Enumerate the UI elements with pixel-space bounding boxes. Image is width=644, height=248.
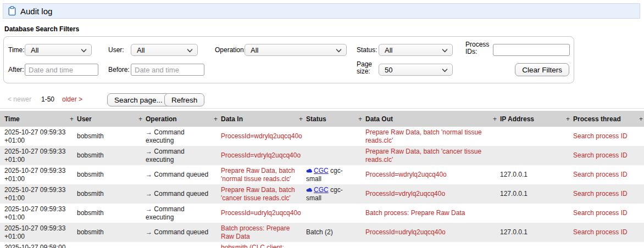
- col-header-data-in: +Data In: [215, 111, 301, 127]
- table-row: 2025-10-27 09:59:33 +01:00 bobsmith → Co…: [0, 127, 644, 146]
- cell-ip-address: 127.0.0.1: [495, 242, 568, 248]
- status-select-value: All: [385, 46, 392, 54]
- time-select[interactable]: All: [25, 44, 92, 56]
- cell-status: [301, 204, 360, 223]
- user-filter-label: User:: [108, 44, 124, 56]
- pagination-toolbar: < newer 1-50 older > Search page... Refr…: [0, 92, 644, 108]
- cell-user: bobsmith: [71, 204, 140, 223]
- filters-panel: Time: All User: All Operation: All Statu…: [3, 36, 574, 83]
- page-size-select[interactable]: 50: [379, 64, 453, 76]
- cell-ip-address: [495, 146, 568, 165]
- data-in-link[interactable]: Prepare Raw Data, batch 'normal tissue r…: [221, 167, 295, 182]
- cell-status: [301, 146, 360, 165]
- cell-status: CGC cgc-small: [301, 165, 360, 184]
- refresh-button[interactable]: Refresh: [164, 93, 204, 106]
- search-page-button[interactable]: Search page...: [107, 93, 170, 106]
- col-header-ip-address: +IP Address: [495, 111, 568, 127]
- user-select[interactable]: All: [131, 44, 198, 56]
- cgc-link[interactable]: CGC: [306, 186, 329, 194]
- cell-status: [301, 127, 360, 146]
- search-process-id-link[interactable]: Search process ID: [573, 190, 628, 198]
- chevron-down-icon: [336, 45, 342, 55]
- cell-ip-address: 127.0.0.1: [495, 184, 568, 204]
- older-page-link[interactable]: older >: [62, 95, 82, 103]
- search-process-id-link[interactable]: Search process ID: [573, 228, 628, 236]
- data-in-link[interactable]: Prepare Raw Data, batch 'cancer tissue r…: [221, 186, 295, 201]
- chevron-down-icon: [442, 65, 448, 75]
- column-plus-button[interactable]: +: [493, 115, 497, 123]
- search-process-id-link[interactable]: Search process ID: [573, 171, 628, 178]
- table-row: 2025-10-27 09:59:33 +01:00 bobsmith → Co…: [0, 223, 644, 242]
- data-in-link[interactable]: Batch process: Prepare Raw Data: [221, 224, 290, 240]
- cell-operation: → Command queued: [140, 223, 215, 242]
- column-plus-button[interactable]: +: [214, 115, 218, 123]
- cell-user: bobsmith: [71, 127, 140, 146]
- cell-ip-address: 127.0.0.1: [495, 223, 568, 242]
- audit-log-page: Audit log Database Search Filters Time: …: [0, 0, 644, 248]
- table-row: 2025-10-27 09:59:33 +01:00 bobsmith → Co…: [0, 184, 644, 204]
- page-title: Audit log: [20, 7, 52, 16]
- user-select-value: All: [137, 46, 145, 54]
- titlebar: Audit log: [3, 3, 640, 19]
- table-header-row: Time +User +Operation +Data In +Status +…: [0, 111, 644, 127]
- cell-time: 2025-10-27 09:59:33 +01:00: [0, 127, 71, 146]
- column-plus-button[interactable]: +: [639, 115, 643, 123]
- data-out-link[interactable]: ProcessId=vdrylq2uqcq40o: [365, 190, 445, 198]
- table-row: 2025-10-27 09:58:00 +01:00 bobsmith → Lo…: [0, 242, 644, 248]
- cell-status: [301, 242, 360, 248]
- cell-time: 2025-10-27 09:59:33 +01:00: [0, 204, 71, 223]
- column-plus-button[interactable]: +: [138, 115, 142, 123]
- cgc-link[interactable]: CGC: [306, 167, 329, 174]
- after-datetime-input[interactable]: [25, 64, 98, 76]
- cgc-link-label: CGC: [314, 186, 329, 194]
- col-header-process-thread: +Process thread: [568, 111, 637, 127]
- search-process-id-link[interactable]: Search process ID: [573, 209, 628, 217]
- audit-log-icon: [8, 6, 16, 16]
- cell-time: 2025-10-27 09:59:33 +01:00: [0, 146, 71, 165]
- data-out-link[interactable]: Prepare Raw Data, batch 'normal tissue r…: [365, 128, 482, 144]
- time-filter-label: Time:: [8, 44, 25, 56]
- col-header-data-out: +Data Out: [360, 111, 495, 127]
- cloud-icon: [306, 167, 312, 174]
- cell-user: bobsmith: [71, 184, 140, 204]
- process-ids-input[interactable]: [493, 44, 570, 56]
- data-in-link[interactable]: bobsmith (CLC client: clcgenomicswb): [221, 244, 284, 248]
- filters-section-title: Database Search Filters: [4, 25, 79, 33]
- column-plus-button[interactable]: +: [566, 115, 570, 123]
- cell-ip-address: [495, 204, 568, 223]
- cell-time: 2025-10-27 09:59:33 +01:00: [0, 165, 71, 184]
- cell-operation: → Command executing: [140, 146, 215, 165]
- col-header-status: +Status: [301, 111, 360, 127]
- newer-page-link: < newer: [8, 95, 31, 103]
- cloud-icon: [306, 186, 312, 194]
- column-plus-button[interactable]: +: [70, 115, 74, 123]
- cell-operation: → Command queued: [140, 184, 215, 204]
- clear-filters-button[interactable]: Clear Filters: [515, 63, 569, 76]
- column-plus-button[interactable]: +: [299, 115, 303, 123]
- cell-time: 2025-10-27 09:59:33 +01:00: [0, 223, 71, 242]
- data-in-link[interactable]: ProcessId=vdrylq2uqcq40o: [221, 151, 301, 159]
- column-plus-button[interactable]: +: [358, 115, 362, 123]
- status-select[interactable]: All: [379, 44, 453, 56]
- cell-user: bobsmith: [71, 223, 140, 242]
- data-out-link[interactable]: Batch process: Prepare Raw Data: [365, 209, 465, 217]
- cell-operation: → Command queued: [140, 165, 215, 184]
- search-process-id-link[interactable]: Search process ID: [573, 132, 628, 140]
- cell-user: bobsmith: [71, 165, 140, 184]
- data-out-link[interactable]: Prepare Raw Data, batch 'cancer tissue r…: [365, 148, 481, 163]
- table-row: 2025-10-27 09:59:33 +01:00 bobsmith → Co…: [0, 146, 644, 165]
- cell-status: CGC cgc-small: [301, 184, 360, 204]
- col-header-user: +User: [71, 111, 140, 127]
- operation-select[interactable]: All: [245, 44, 347, 56]
- col-header-operation: +Operation: [140, 111, 215, 127]
- audit-log-table: Time +User +Operation +Data In +Status +…: [0, 111, 644, 248]
- data-in-link[interactable]: ProcessId=udrylq2uqcq40o: [221, 209, 301, 217]
- data-in-link[interactable]: ProcessId=wdrylq2uqcq40o: [221, 132, 302, 140]
- data-out-link[interactable]: ProcessId=udrylq2uqcq40o: [365, 228, 446, 236]
- cell-ip-address: 127.0.0.1: [495, 165, 568, 184]
- cell-time: 2025-10-27 09:59:33 +01:00: [0, 184, 71, 204]
- data-out-link[interactable]: ProcessId=wdrylq2uqcq40o: [365, 171, 447, 178]
- before-datetime-input[interactable]: [131, 64, 204, 76]
- search-process-id-link[interactable]: Search process ID: [573, 151, 628, 159]
- divider: [0, 108, 644, 109]
